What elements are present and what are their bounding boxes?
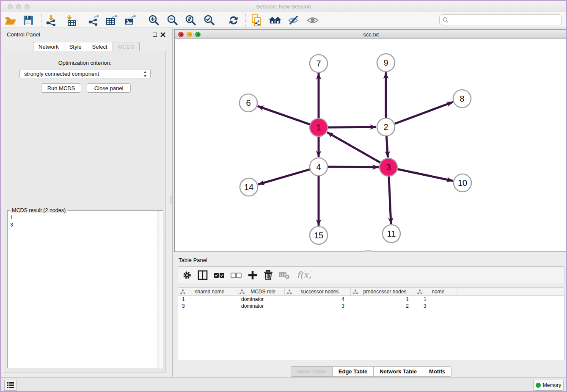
edge-2-3[interactable] bbox=[386, 135, 388, 157]
tab-select[interactable]: Select bbox=[87, 42, 113, 51]
window-title: Session: New Session bbox=[1, 3, 566, 10]
zoom-selected-icon[interactable] bbox=[203, 14, 216, 27]
cell-name: 1 bbox=[415, 296, 457, 303]
cell-mcds-role: dominator bbox=[237, 296, 285, 303]
export-table-icon[interactable] bbox=[105, 14, 118, 27]
function-builder-icon[interactable]: f(x) bbox=[296, 270, 311, 281]
edge-2-8[interactable] bbox=[393, 102, 453, 124]
node-10[interactable]: 10 bbox=[454, 174, 471, 192]
export-image-icon[interactable] bbox=[124, 14, 137, 27]
network-canvas[interactable]: 7968124314101511 bbox=[175, 39, 567, 251]
edge-4-14[interactable] bbox=[258, 169, 311, 185]
svg-text:9: 9 bbox=[383, 58, 388, 67]
optimization-criterion-dropdown[interactable]: strongly connected component bbox=[19, 69, 151, 78]
node-1[interactable]: 1 bbox=[310, 119, 328, 136]
save-session-icon[interactable] bbox=[22, 14, 35, 27]
tab-mcds[interactable]: MCDS bbox=[113, 42, 140, 51]
network-window-titlebar[interactable]: scc.txt bbox=[175, 30, 567, 39]
memory-button[interactable]: Memory bbox=[533, 380, 564, 391]
table-toolbar: f(x) bbox=[178, 266, 564, 284]
svg-text:10: 10 bbox=[458, 178, 467, 188]
edge-1-2[interactable] bbox=[326, 127, 376, 127]
add-icon[interactable] bbox=[248, 270, 258, 280]
node-11[interactable]: 11 bbox=[383, 225, 400, 243]
svg-text:f(x): f(x) bbox=[297, 270, 311, 280]
run-mcds-button[interactable]: Run MCDS bbox=[41, 83, 81, 93]
table-row[interactable]: 3dominator323 bbox=[178, 303, 564, 309]
show-panel-icon[interactable] bbox=[306, 14, 319, 27]
import-table-icon[interactable] bbox=[65, 14, 77, 27]
open-session-icon[interactable] bbox=[4, 14, 17, 27]
tab-node-table[interactable]: Node Table bbox=[291, 366, 332, 377]
cell-shared-name: 1 bbox=[178, 296, 237, 303]
cell-shared-name: 3 bbox=[178, 303, 237, 309]
node-15[interactable]: 15 bbox=[310, 226, 328, 244]
deselect-all-icon[interactable] bbox=[231, 272, 242, 278]
dropdown-stepper-icon bbox=[143, 71, 147, 77]
columns-icon[interactable] bbox=[198, 270, 208, 280]
clone-network-icon[interactable] bbox=[250, 14, 263, 27]
node-9[interactable]: 9 bbox=[377, 54, 395, 72]
node-8[interactable]: 8 bbox=[453, 90, 471, 108]
memory-label: Memory bbox=[543, 382, 561, 388]
svg-text:15: 15 bbox=[314, 231, 323, 240]
edge-3-11[interactable] bbox=[389, 175, 391, 224]
node-7[interactable]: 7 bbox=[310, 55, 328, 72]
mcds-result-box: MCDS result (2 nodes) 13 bbox=[7, 210, 163, 368]
zoom-in-icon[interactable] bbox=[148, 14, 160, 27]
horizontal-splitter-grip[interactable] bbox=[365, 250, 372, 252]
cell-name: 3 bbox=[415, 303, 457, 309]
tab-style[interactable]: Style bbox=[64, 42, 87, 51]
column-header-predecessor-nodes[interactable]: predecessor nodes bbox=[351, 288, 415, 295]
close-panel-button[interactable]: Close panel bbox=[87, 83, 131, 93]
close-panel-icon[interactable] bbox=[160, 32, 165, 37]
edge-1-6[interactable] bbox=[258, 106, 311, 125]
refresh-icon[interactable] bbox=[227, 14, 240, 27]
hide-panel-icon[interactable] bbox=[287, 14, 300, 27]
tab-edge-table[interactable]: Edge Table bbox=[332, 366, 373, 377]
zoom-out-icon[interactable] bbox=[166, 14, 179, 27]
control-panel-header: Control Panel bbox=[1, 28, 169, 39]
task-history-button[interactable] bbox=[4, 380, 17, 391]
zoom-fit-icon[interactable] bbox=[184, 14, 197, 27]
search-box[interactable] bbox=[439, 14, 562, 25]
memory-status-icon bbox=[536, 383, 541, 388]
tab-network[interactable]: Network bbox=[33, 42, 64, 51]
result-scrollbar[interactable] bbox=[157, 211, 162, 368]
vertical-splitter-grip[interactable] bbox=[170, 196, 172, 204]
node-3[interactable]: 3 bbox=[380, 158, 397, 176]
search-input[interactable] bbox=[451, 17, 561, 23]
vertical-splitter[interactable] bbox=[172, 28, 173, 377]
gear-icon[interactable] bbox=[182, 271, 192, 280]
node-14[interactable]: 14 bbox=[240, 178, 258, 196]
edge-3-1[interactable] bbox=[327, 132, 382, 163]
tab-network-table[interactable]: Network Table bbox=[373, 366, 423, 377]
float-panel-icon[interactable] bbox=[153, 33, 157, 37]
column-header-mcds-role[interactable]: MCDS role bbox=[237, 288, 285, 295]
select-all-icon[interactable] bbox=[214, 272, 225, 278]
delete-icon[interactable] bbox=[264, 270, 273, 280]
node-6[interactable]: 6 bbox=[239, 94, 257, 112]
export-network-icon[interactable] bbox=[87, 14, 100, 27]
node-4[interactable]: 4 bbox=[310, 158, 328, 176]
edge-3-10[interactable] bbox=[396, 169, 453, 181]
svg-text:1: 1 bbox=[316, 123, 321, 132]
column-header-shared-name[interactable]: shared name bbox=[178, 288, 237, 295]
cell-predecessor-nodes: 1 bbox=[351, 296, 415, 303]
node-table[interactable]: shared nameMCDS rolesuccessor nodesprede… bbox=[178, 287, 564, 360]
table-row[interactable]: 1dominator411 bbox=[178, 296, 564, 303]
delete-table-icon[interactable] bbox=[279, 271, 290, 280]
column-header-name[interactable]: name bbox=[415, 288, 457, 295]
node-2[interactable]: 2 bbox=[377, 118, 395, 136]
table-tabs: Node TableEdge TableNetwork TableMotifs bbox=[174, 366, 567, 377]
home-layout-icon[interactable] bbox=[269, 14, 281, 27]
svg-text:14: 14 bbox=[244, 182, 253, 192]
network-graph[interactable]: 7968124314101511 bbox=[175, 39, 567, 251]
import-network-icon[interactable] bbox=[45, 14, 58, 27]
svg-text:2: 2 bbox=[383, 122, 388, 132]
column-header-successor-nodes[interactable]: successor nodes bbox=[285, 288, 351, 295]
edge-4-3[interactable] bbox=[326, 167, 379, 167]
network-title: scc.txt bbox=[175, 31, 567, 38]
mcds-panel: Optimization criterion: strongly connect… bbox=[4, 51, 166, 373]
tab-motifs[interactable]: Motifs bbox=[423, 366, 451, 377]
